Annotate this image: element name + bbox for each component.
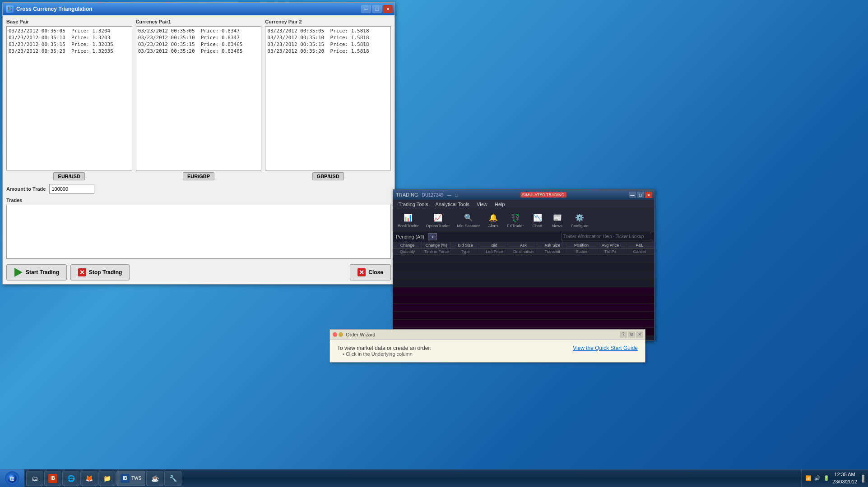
currency-pair2-listbox[interactable]: 03/23/2012 00:35:05 Price: 1.5818 03/23/… — [265, 26, 391, 170]
table-row — [393, 255, 654, 263]
start-trading-button[interactable]: Start Trading — [6, 264, 67, 280]
trades-section: Trades — [6, 198, 391, 259]
close-button[interactable]: ✕ Close — [350, 264, 391, 280]
order-wizard-body-text: To view market data or create an order: — [337, 345, 432, 351]
minimize-button[interactable]: ─ — [361, 5, 371, 13]
tool-alerts[interactable]: 🔔 Alerts — [484, 211, 502, 229]
mkt-scanner-icon: 🔍 — [462, 212, 475, 223]
taskbar-item-tws[interactable]: IB TWS — [116, 471, 145, 486]
stop-trading-label: Stop Trading — [89, 269, 122, 276]
col-ask-size: Ask Size — [538, 242, 567, 248]
amount-input[interactable] — [49, 184, 94, 194]
ow-close-button[interactable]: ✕ — [636, 331, 643, 338]
pending-add-button[interactable]: + — [428, 233, 437, 240]
taskbar-item-explorer[interactable]: 🗂 — [26, 471, 43, 486]
close-button-icon: ✕ — [357, 268, 366, 276]
list-item: 03/23/2012 00:35:15 Price: 1.32035 — [8, 41, 131, 48]
volume-icon: 🔊 — [814, 475, 821, 481]
chart-label: Chart — [533, 224, 543, 228]
window-close-button[interactable]: ✕ — [383, 5, 393, 13]
currency-pair1-listbox[interactable]: 03/23/2012 00:35:05 Price: 0.8347 03/23/… — [136, 26, 262, 170]
taskbar-item-folder[interactable]: 📁 — [98, 471, 116, 486]
taskbar-item-tool[interactable]: 🔧 — [164, 471, 181, 486]
ow-settings-button[interactable]: ⚙ — [628, 331, 635, 338]
taskbar: ⊞ 🗂 IB 🌐 🦊 📁 IB TWS ☕ 🔧 📶 — [0, 469, 868, 487]
menu-trading-tools[interactable]: Trading Tools — [395, 201, 432, 208]
window-titlebar: 💱 Cross Currency Triangulation ─ □ ✕ — [3, 3, 395, 15]
table-row — [393, 312, 654, 320]
explorer-icon: 🗂 — [30, 474, 39, 483]
currency-pair2-badge: GBP/USD — [312, 172, 344, 180]
start-button[interactable]: ⊞ — [0, 469, 24, 487]
amount-label: Amount to Trade — [6, 186, 46, 192]
tool-chart[interactable]: 📉 Chart — [529, 211, 547, 229]
stop-trading-button[interactable]: ✕ Stop Trading — [70, 264, 130, 280]
taskbar-item-java[interactable]: ☕ — [146, 471, 163, 486]
configure-icon: ⚙️ — [573, 212, 586, 223]
base-pair-badge: EUR/USD — [53, 172, 85, 180]
tws-close-button[interactable]: ✕ — [645, 192, 652, 198]
show-desktop-button[interactable]: ▐ — [860, 475, 864, 482]
configure-label: Configure — [571, 224, 589, 228]
main-window: 💱 Cross Currency Triangulation ─ □ ✕ Bas… — [2, 2, 395, 285]
currency-pair2-footer: GBP/USD — [265, 172, 391, 180]
tws-taskbar-label: TWS — [131, 476, 141, 481]
list-item: 03/23/2012 00:35:10 Price: 1.3203 — [8, 34, 131, 41]
amount-row: Amount to Trade — [6, 184, 391, 194]
ow-header-row: To view market data or create an order: … — [337, 345, 638, 351]
tool-mkt-scanner[interactable]: 🔍 Mkt Scanner — [454, 211, 483, 229]
booktrader-label: BookTrader — [398, 224, 419, 228]
menu-view[interactable]: View — [473, 201, 491, 208]
stop-trading-icon: ✕ — [78, 268, 86, 276]
sub-col-status: Status — [567, 249, 596, 254]
start-trading-icon — [14, 268, 23, 277]
menu-analytical-tools[interactable]: Analytical Tools — [432, 201, 473, 208]
trades-listbox[interactable] — [6, 205, 391, 259]
currency-pair1-badge: EUR/GBP — [183, 172, 214, 180]
base-pair-listbox[interactable]: 03/23/2012 00:35:05 Price: 1.3204 03/23/… — [6, 26, 132, 170]
taskbar-clock[interactable]: 12:35 AM 23/03/2012 — [832, 471, 857, 485]
taskbar-item-firefox[interactable]: 🦊 — [80, 471, 97, 486]
tws-titlebar: TRADING DU127249 — □ SIMULATED TRADING —… — [393, 190, 654, 200]
taskbar-item-chrome[interactable]: 🌐 — [62, 471, 79, 486]
tws-minimize-button[interactable]: — — [629, 192, 636, 198]
taskbar-item-ib[interactable]: IB — [44, 471, 61, 486]
list-item: 03/23/2012 00:35:05 Price: 1.5818 — [266, 28, 390, 34]
power-icon: 🔋 — [823, 475, 830, 481]
table-row — [393, 263, 654, 271]
order-wizard-titlebar: Order Wizard ? ⚙ ✕ — [330, 330, 645, 340]
folder-icon: 📁 — [102, 474, 111, 483]
tws-controls: — □ ✕ — [629, 192, 652, 198]
col-bid-size: Bid Size — [451, 242, 480, 248]
tws-pending-bar: Pending (All) + — [393, 231, 654, 242]
ow-help-button[interactable]: ? — [620, 331, 627, 338]
tool-fxtrader[interactable]: 💱 FXTrader — [504, 211, 527, 229]
order-wizard-content: To view market data or create an order: … — [330, 340, 645, 362]
maximize-button[interactable]: □ — [372, 5, 382, 13]
left-buttons: Start Trading ✕ Stop Trading — [6, 264, 130, 280]
tool-optiontrader[interactable]: 📈 OptionTrader — [423, 211, 453, 229]
tws-maximize-button[interactable]: □ — [637, 192, 644, 198]
tool-icon: 🔧 — [168, 474, 177, 483]
sub-col-type: Type — [451, 249, 480, 254]
sub-col-destination: Destination — [509, 249, 538, 254]
ow-dot-indicators — [333, 332, 343, 337]
ticker-search-input[interactable] — [561, 233, 651, 240]
tool-configure[interactable]: ⚙️ Configure — [568, 211, 591, 229]
base-pair-section: Base Pair 03/23/2012 00:35:05 Price: 1.3… — [6, 19, 132, 180]
sub-col-quantity: Quantity — [393, 249, 422, 254]
list-item: 03/23/2012 00:35:10 Price: 1.5818 — [266, 34, 390, 41]
sub-col-cancel: Cancel — [625, 249, 654, 254]
col-bid: Bid — [480, 242, 509, 248]
news-label: News — [552, 224, 562, 228]
list-item: 03/23/2012 00:35:15 Price: 0.83465 — [137, 41, 260, 48]
tws-table-body[interactable] — [393, 255, 654, 340]
tool-booktrader[interactable]: 📊 BookTrader — [395, 211, 422, 229]
table-row — [393, 295, 654, 303]
tool-news[interactable]: 📰 News — [548, 211, 566, 229]
quick-start-link[interactable]: View the Quick Start Guide — [573, 345, 638, 351]
simulated-trading-badge: SIMULATED TRADING — [520, 192, 566, 198]
col-pnl: P&L — [625, 242, 654, 248]
taskbar-items: 🗂 IB 🌐 🦊 📁 IB TWS ☕ 🔧 — [24, 471, 801, 486]
menu-help[interactable]: Help — [491, 201, 509, 208]
